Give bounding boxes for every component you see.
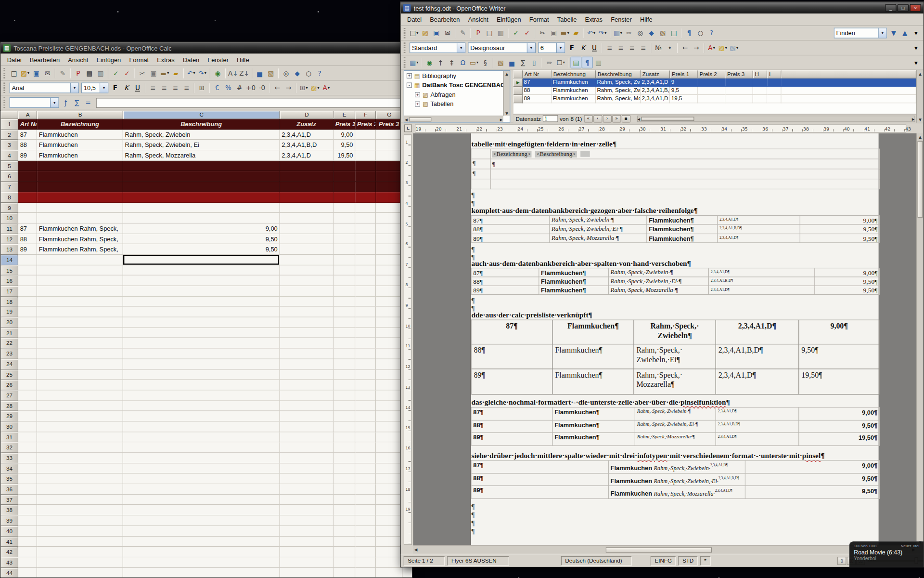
bullet-list-icon[interactable]: • bbox=[664, 42, 675, 53]
cell-F29[interactable] bbox=[355, 411, 376, 422]
hyperlink-icon[interactable]: ◉ bbox=[212, 67, 223, 79]
cell-C43[interactable] bbox=[123, 557, 280, 568]
cell-C28[interactable] bbox=[123, 401, 280, 411]
cell-D32[interactable] bbox=[280, 443, 334, 453]
cell-A11[interactable]: 87 bbox=[18, 223, 37, 234]
cell-G11[interactable] bbox=[376, 223, 402, 234]
formatted-table-cell[interactable]: 9,00¶ bbox=[799, 407, 880, 420]
cell-B15[interactable] bbox=[37, 265, 123, 276]
nonprinting-characters-icon[interactable]: ¶ bbox=[683, 27, 694, 39]
row-header-5[interactable]: 5 bbox=[0, 161, 18, 171]
cell-G34[interactable] bbox=[376, 463, 402, 474]
scroll-down-icon[interactable]: ▼ bbox=[919, 118, 922, 122]
cell-C23[interactable] bbox=[123, 349, 280, 359]
db-table-shifted-cell[interactable]: Flammkuchen¶ bbox=[539, 268, 608, 277]
toolbar-options-icon[interactable]: ▾ bbox=[911, 42, 922, 53]
row-header-6[interactable]: 6 bbox=[0, 171, 18, 182]
cell-A37[interactable] bbox=[18, 495, 37, 505]
cell-C5[interactable] bbox=[123, 161, 280, 171]
cell-A35[interactable] bbox=[18, 474, 37, 485]
cell-E44[interactable] bbox=[334, 568, 355, 578]
cell-A42[interactable] bbox=[18, 547, 37, 557]
cell-D42[interactable] bbox=[280, 547, 334, 557]
row-header-21[interactable]: 21 bbox=[0, 328, 18, 339]
cell-G20[interactable] bbox=[376, 317, 402, 328]
cell-A24[interactable] bbox=[18, 359, 37, 369]
column-header-G[interactable]: G bbox=[376, 111, 402, 119]
writer-menu-datei[interactable]: Datei bbox=[403, 15, 426, 25]
cell-C26[interactable] bbox=[123, 380, 280, 391]
db-table-cell[interactable]: 2,3,4,A1,B,D¶ bbox=[718, 225, 800, 234]
cell-E33[interactable] bbox=[334, 453, 355, 463]
ds-row-selector[interactable]: ▶ bbox=[513, 79, 523, 87]
cell-D17[interactable] bbox=[280, 286, 334, 297]
cell-F41[interactable] bbox=[355, 537, 376, 547]
calc-menu-format[interactable]: Format bbox=[125, 55, 153, 65]
ds-column-header-Preis-2[interactable]: Preis 2 bbox=[698, 70, 726, 79]
align-left-icon[interactable]: ≡ bbox=[604, 42, 615, 53]
help-icon[interactable]: ? bbox=[314, 67, 325, 79]
chevron-down-icon[interactable]: ▾ bbox=[100, 83, 108, 93]
find-next-icon[interactable]: ▼ bbox=[888, 27, 899, 39]
cell-B42[interactable] bbox=[37, 547, 123, 557]
cell-F12[interactable] bbox=[355, 234, 376, 245]
row-header-24[interactable]: 24 bbox=[0, 359, 18, 369]
row-header-20[interactable]: 20 bbox=[0, 317, 18, 328]
cell-G18[interactable] bbox=[376, 297, 402, 307]
cell-E21[interactable] bbox=[334, 328, 355, 339]
cell-B39[interactable] bbox=[37, 515, 123, 526]
cell-A43[interactable] bbox=[18, 557, 37, 568]
cell-A3[interactable]: 88 bbox=[18, 140, 37, 151]
formatted-table-cell[interactable]: Rahm,·Speck,·Mozzarella·¶ bbox=[635, 433, 716, 446]
cell-F4[interactable] bbox=[355, 150, 376, 161]
cell-E34[interactable] bbox=[334, 463, 355, 474]
paragraph-style-combo[interactable]: Standard ▾ bbox=[410, 42, 465, 53]
cell-D5[interactable] bbox=[280, 161, 334, 171]
cell-C2[interactable]: Rahm, Speck, Zwiebeln bbox=[123, 130, 280, 140]
writer-titlebar[interactable]: ▤ test fdhsg.odt - OpenOffice Writer _ □… bbox=[401, 2, 924, 13]
cell-C9[interactable] bbox=[123, 203, 280, 213]
undo-icon[interactable]: ↶▾ bbox=[586, 27, 597, 39]
cell-F17[interactable] bbox=[355, 286, 376, 297]
dde-table-cell[interactable]: Rahm,·Speck,· Zwiebeln¶ bbox=[634, 320, 716, 344]
cell-G14[interactable] bbox=[376, 255, 402, 265]
cell-F42[interactable] bbox=[355, 547, 376, 557]
cell-F9[interactable] bbox=[355, 203, 376, 213]
cell-C3[interactable]: Rahm, Speck, Zwiebeln, Ei bbox=[123, 140, 280, 151]
cell-G1[interactable]: Preis 3 bbox=[376, 119, 402, 130]
row-header-2[interactable]: 2 bbox=[0, 130, 18, 140]
spellcheck-icon[interactable]: ✓ bbox=[510, 27, 521, 39]
auto-spellcheck-icon[interactable]: ✓ bbox=[522, 27, 533, 39]
font-name-combo[interactable]: Designosaur ▾ bbox=[468, 42, 536, 53]
insert-footnote-icon[interactable]: † bbox=[435, 57, 446, 68]
cell-A16[interactable] bbox=[18, 276, 37, 286]
media-player-overlay[interactable]: 100 von 1001 Neuer Titel Road Movie (6:4… bbox=[849, 541, 924, 567]
doc-heading-fields[interactable]: tabelle·mit·eingefügten·feldern·in·einer… bbox=[472, 140, 617, 148]
cell-E2[interactable]: 9,00 bbox=[334, 130, 355, 140]
navigator-icon[interactable]: ◆ bbox=[292, 67, 303, 79]
cell-D36[interactable] bbox=[280, 484, 334, 495]
spellcheck-icon[interactable]: ✓ bbox=[110, 67, 121, 79]
horizontal-ruler[interactable]: 1920212223242526272829303132333435363738… bbox=[415, 124, 906, 132]
cell-B40[interactable] bbox=[37, 526, 123, 537]
empty-paragraph[interactable]: ¶ bbox=[472, 527, 475, 536]
mixed-table-cell[interactable]: Flammkuchen Rahm,·Speck,·Zwiebeln·2,3,4,… bbox=[609, 460, 745, 473]
cell-D37[interactable] bbox=[280, 495, 334, 505]
cell-A1[interactable]: Art Nr bbox=[18, 119, 37, 130]
cell-E38[interactable] bbox=[334, 505, 355, 516]
new-document-icon[interactable]: □▾ bbox=[409, 27, 420, 39]
scroll-up-icon[interactable]: ▲ bbox=[917, 134, 923, 139]
dde-table-cell[interactable]: Rahm,·Speck,· Mozzarella¶ bbox=[634, 369, 716, 395]
cell-D29[interactable] bbox=[280, 411, 334, 422]
ds-cell[interactable]: 9 bbox=[670, 79, 698, 87]
insert-endnote-icon[interactable]: ‡ bbox=[446, 57, 457, 68]
cell-A6[interactable] bbox=[18, 171, 37, 182]
cell-A30[interactable] bbox=[18, 421, 37, 432]
row-header-25[interactable]: 25 bbox=[0, 369, 18, 380]
cell-D34[interactable] bbox=[280, 463, 334, 474]
cell-B32[interactable] bbox=[37, 443, 123, 453]
scroll-left-icon[interactable]: ◀ bbox=[405, 117, 408, 121]
cell-A29[interactable] bbox=[18, 411, 37, 422]
row-header-43[interactable]: 43 bbox=[0, 557, 18, 568]
fields-table-cell[interactable] bbox=[491, 179, 880, 189]
